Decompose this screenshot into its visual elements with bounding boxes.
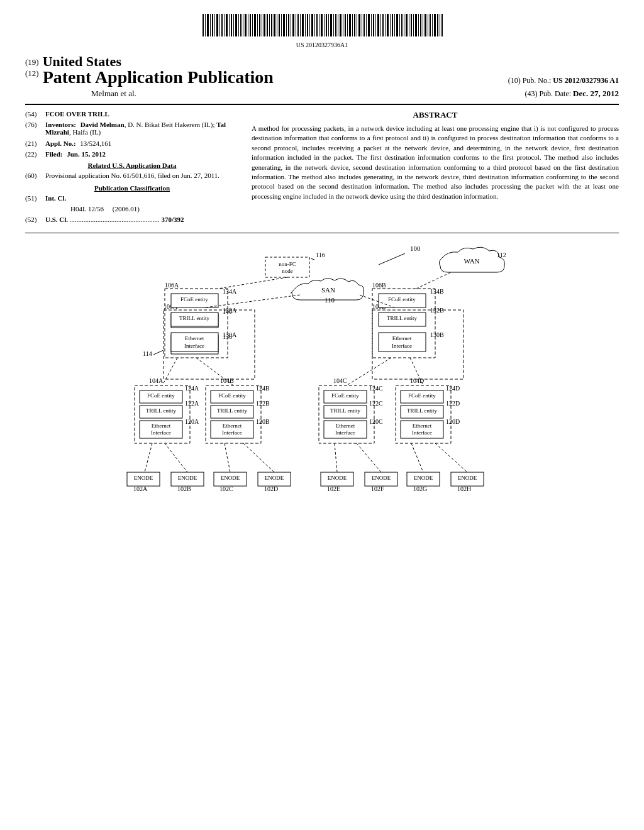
ref106b-text: 106B [372,282,386,289]
svg-rect-7 [219,14,220,36]
ref122c-label: 122C [369,400,383,407]
ref106a-text: 106A [165,282,179,289]
svg-rect-39 [296,14,296,36]
field-54-num: (54) [25,110,45,118]
svg-rect-50 [321,14,323,36]
svg-rect-29 [271,14,272,36]
svg-rect-87 [409,14,409,36]
fcoe124b-text: FCoE entity [218,392,246,399]
svg-rect-93 [423,14,423,36]
eth120a-text2: Interface [151,429,171,436]
ref132b-label: 132B [430,307,444,314]
svg-rect-23 [257,14,258,36]
svg-rect-31 [277,14,277,36]
svg-rect-27 [267,14,268,36]
svg-rect-92 [420,14,421,36]
eth120d-text2: Interface [412,429,432,436]
svg-rect-4 [212,14,213,36]
svg-rect-76 [382,14,384,36]
label-12: (12) [25,69,39,79]
eth130b-text2: Interface [392,343,412,349]
pub-label10: (10) Pub. No.: [508,76,552,85]
label-19: (19) [25,57,39,67]
svg-rect-82 [396,14,398,36]
author-name: Melman et al. [91,89,136,99]
eth120c-text1: Ethernet [336,423,355,429]
ref120d-label: 120D [446,418,460,425]
field-54-value: FCOE OVER TRILL [45,110,239,118]
enode102h-text: ENODE [458,475,477,481]
eth120b-text2: Interface [222,429,242,436]
ref104b-label: 104B [220,377,234,384]
wan-text: WAN [464,257,479,265]
ref102c-label: 102C [219,485,233,492]
line-104b-102c [225,443,230,472]
svg-rect-17 [243,14,243,36]
field-21: (21) Appl. No.: 13/524,161 [25,140,239,147]
svg-rect-49 [319,14,319,36]
field-22: (22) Filed: Jun. 15, 2012 [25,150,239,158]
ref124a-label: 124A [185,385,199,392]
svg-rect-37 [291,14,291,36]
svg-rect-51 [324,14,325,36]
svg-rect-10 [226,14,228,36]
svg-rect-34 [283,14,285,36]
ref116-label: 116 [316,252,325,258]
svg-rect-48 [316,14,318,36]
field-52-num: (52) [25,216,45,223]
field-76: (76) Inventors: David Melman, D. N. Bika… [25,121,239,136]
page: US 20120327936A1 (19) United States (12)… [0,0,644,830]
trill122a-text: TRILL entity [146,407,176,414]
pub-class-title: Publication Classification [25,184,239,192]
trill122c-text: TRILL entity [330,407,360,414]
svg-rect-75 [380,14,381,36]
pub-no-right: (10) Pub. No.: US 2012/0327936 A1 [508,67,619,86]
pub-number: US 20120327936A1 [25,42,619,48]
trill122d-text: TRILL entity [407,407,437,414]
svg-rect-16 [240,14,242,36]
svg-rect-28 [269,14,270,36]
svg-rect-43 [305,14,306,36]
network-diagram: 100 non-FC node 116 WAN 112 SAN 110 114 … [108,240,536,604]
eth120a-text1: Ethernet [152,423,171,429]
svg-rect-98 [434,14,436,36]
svg-rect-44 [307,14,308,36]
svg-rect-14 [235,14,237,36]
svg-rect-58 [340,14,341,36]
field-76-value: Inventors: David Melman, D. N. Bikat Bei… [45,121,239,136]
svg-rect-21 [252,14,253,36]
ref122d-label: 122D [446,400,460,407]
ref134b-label: 134B [430,288,444,295]
trill132a-text: TRILL entity [179,315,209,321]
field-21-value: Appl. No.: 13/524,161 [45,140,239,147]
enode102g-text: ENODE [414,475,433,481]
svg-rect-45 [309,14,310,36]
svg-rect-86 [406,14,408,36]
line-104c-102f [357,443,381,472]
diagram-area: 100 non-FC node 116 WAN 112 SAN 110 114 … [25,233,619,604]
eth120d-text1: Ethernet [413,423,432,429]
fcoe124c-text: FCoE entity [331,392,359,399]
eth120b-text1: Ethernet [223,423,242,429]
svg-rect-12 [231,14,232,36]
ref100-label: 100 [410,245,421,252]
svg-rect-13 [233,14,234,36]
svg-rect-61 [347,14,348,36]
svg-rect-15 [238,14,239,36]
svg-rect-64 [354,14,355,36]
line-nonfc-106a [218,277,287,289]
svg-rect-9 [224,14,225,36]
svg-rect-79 [390,14,391,36]
ref102d-label: 102D [264,485,278,492]
svg-rect-24 [259,14,260,36]
line-104d-102h [435,443,467,472]
svg-rect-32 [279,14,280,36]
ref104a-label: 104A [149,377,164,384]
pub-date-right: (43) Pub. Date: Dec. 27, 2012 [525,89,619,99]
field-54: (54) FCOE OVER TRILL [25,110,239,118]
svg-rect-97 [432,14,433,36]
enode102f-text: ENODE [372,475,391,481]
eth120c-text2: Interface [335,429,355,436]
svg-rect-74 [377,14,379,36]
abstract-title: ABSTRACT [252,110,619,120]
